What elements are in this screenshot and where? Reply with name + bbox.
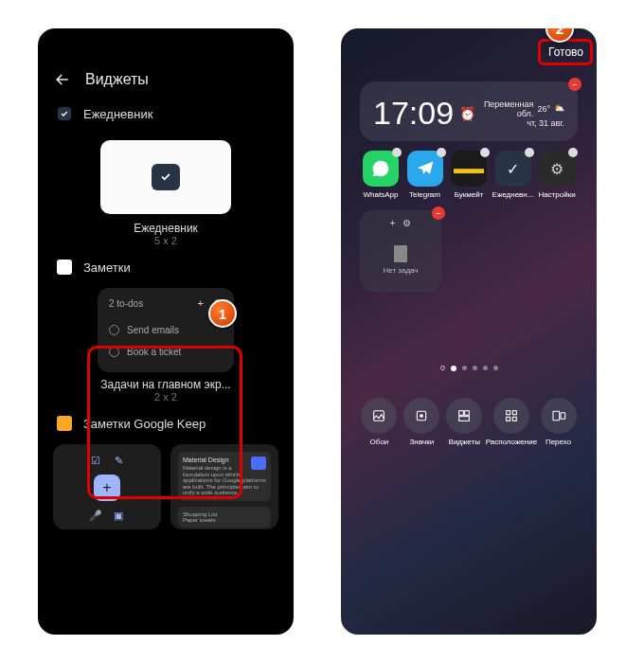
- button-label: Виджеты: [443, 438, 486, 446]
- svg-rect-12: [561, 413, 565, 420]
- plus-icon: +: [390, 218, 396, 228]
- dot-icon: [483, 366, 488, 370]
- radio-icon: [109, 325, 119, 335]
- svg-rect-4: [459, 411, 464, 416]
- svg-rect-11: [553, 411, 560, 420]
- gear-icon: ⚙: [402, 218, 411, 228]
- app-label: Букмейт: [448, 190, 490, 199]
- weather-icon: ⛅: [554, 103, 564, 115]
- keep-app-icon: [57, 416, 72, 431]
- app-label: WhatsApp: [360, 190, 402, 199]
- todo-text: Book a ticket: [127, 347, 181, 357]
- weather-temp: 26°: [537, 104, 550, 114]
- page-indicator[interactable]: [356, 366, 581, 371]
- planner-app-icon: [57, 106, 72, 121]
- layout-button[interactable]: Расположение: [486, 398, 537, 446]
- svg-rect-6: [459, 417, 470, 421]
- dot-icon: [473, 366, 477, 370]
- callout-badge-1: 1: [208, 299, 237, 328]
- planner-widget-preview[interactable]: [100, 140, 231, 214]
- transition-button[interactable]: Перехо: [537, 398, 580, 446]
- pen-icon: ✎: [110, 452, 127, 469]
- dot-icon: [462, 366, 467, 370]
- todo-item: Book a ticket: [109, 341, 223, 363]
- phone-widgets-picker: Виджеты Ежедневник Ежедневник 5 x 2 Заме…: [38, 28, 294, 635]
- clock-weather-widget[interactable]: − 17:09 ⏰ Переменная обл. 26° ⛅ чт, 31 а…: [360, 81, 578, 141]
- todo-widget-dim: 2 x 2: [53, 391, 278, 403]
- telegram-icon: [407, 151, 443, 187]
- radio-icon: [109, 347, 119, 357]
- mic-icon: 🎤: [87, 507, 104, 524]
- weather-desc: Переменная обл.: [475, 99, 533, 118]
- wallpaper-button[interactable]: Обои: [358, 398, 401, 446]
- keep-widget-notes[interactable]: Material Design Material design is a fou…: [170, 444, 278, 529]
- section-notes-header[interactable]: Заметки: [53, 254, 278, 280]
- section-keep-header[interactable]: Заметки Google Keep: [53, 410, 278, 437]
- svg-rect-10: [512, 417, 516, 421]
- svg-point-3: [420, 415, 423, 418]
- svg-rect-8: [512, 411, 516, 415]
- checkbox-icon: ☑: [87, 452, 104, 469]
- date-text: чт, 31 авг.: [475, 118, 564, 128]
- todo-widget-label: Задачи на главном экр...: [53, 378, 278, 391]
- planner-widget-label: Ежедневник: [53, 222, 278, 235]
- back-icon[interactable]: [53, 70, 72, 89]
- bookmate-icon: ▬▬: [451, 151, 487, 187]
- todo-item: Send emails: [109, 319, 223, 341]
- wallpaper-icon: [361, 398, 397, 434]
- done-button[interactable]: Готово: [543, 42, 589, 63]
- svg-rect-0: [58, 107, 71, 120]
- dot-icon: [451, 366, 456, 371]
- svg-rect-9: [507, 417, 510, 421]
- todo-text: Send emails: [127, 325, 179, 335]
- whatsapp-icon: [363, 151, 399, 187]
- keep-note-line: Paper towels: [183, 517, 266, 523]
- app-bookmate[interactable]: ▬▬ Букмейт: [448, 151, 490, 199]
- planner-widget-dim: 5 x 2: [53, 235, 278, 246]
- app-label: Ежедневн...: [492, 190, 534, 199]
- svg-rect-5: [465, 411, 470, 416]
- icons-icon: [403, 398, 439, 434]
- transition-icon: [541, 398, 577, 434]
- app-telegram[interactable]: Telegram: [404, 151, 446, 199]
- todo-count: 2 to-dos: [109, 298, 143, 309]
- notes-app-icon: [57, 260, 72, 275]
- keep-widget-toolbar[interactable]: ☑ ✎ + 🎤 ▣: [53, 444, 161, 529]
- planner-icon: ✓: [495, 151, 531, 187]
- plus-icon: +: [198, 297, 204, 310]
- button-label: Расположение: [486, 438, 537, 446]
- section-label: Ежедневник: [83, 107, 152, 121]
- widgets-icon: [446, 398, 482, 434]
- svg-rect-7: [507, 411, 510, 415]
- plus-icon: +: [94, 475, 120, 501]
- tasks-mini-widget[interactable]: − + ⚙ Нет задач: [360, 210, 441, 292]
- alarm-icon: ⏰: [459, 106, 475, 121]
- widgets-button[interactable]: Виджеты: [443, 398, 486, 446]
- page-title: Виджеты: [85, 71, 149, 88]
- app-label: Настройки: [536, 190, 578, 199]
- remove-icon[interactable]: −: [568, 78, 581, 91]
- icons-button[interactable]: Значки: [401, 398, 443, 446]
- section-label: Заметки: [83, 260, 131, 275]
- button-label: Обои: [358, 438, 401, 446]
- button-label: Перехо: [537, 438, 580, 446]
- section-planner-header[interactable]: Ежедневник: [53, 100, 278, 127]
- phone-homescreen-edit: 2 Готово − 17:09 ⏰ Переменная обл. 26° ⛅…: [341, 28, 597, 635]
- check-icon: [152, 164, 180, 190]
- button-label: Значки: [401, 438, 443, 446]
- todo-widget-preview[interactable]: 2 to-dos + ⚙ Send emails Book a ticket: [98, 288, 234, 372]
- image-icon: ▣: [110, 507, 127, 524]
- app-label: Telegram: [404, 190, 446, 199]
- document-icon: [394, 245, 407, 262]
- section-label: Заметки Google Keep: [83, 417, 206, 431]
- app-whatsapp[interactable]: WhatsApp: [360, 151, 402, 199]
- app-planner[interactable]: ✓ Ежедневн...: [492, 151, 534, 199]
- dot-icon: [493, 366, 498, 370]
- app-settings[interactable]: ⚙ Настройки: [536, 151, 578, 199]
- clock-time: 17:09: [373, 95, 454, 132]
- settings-icon: ⚙: [539, 151, 575, 187]
- grid-icon: [493, 398, 529, 434]
- home-dot-icon: [438, 365, 445, 371]
- remove-icon[interactable]: −: [432, 206, 445, 220]
- empty-text: Нет задач: [383, 266, 418, 275]
